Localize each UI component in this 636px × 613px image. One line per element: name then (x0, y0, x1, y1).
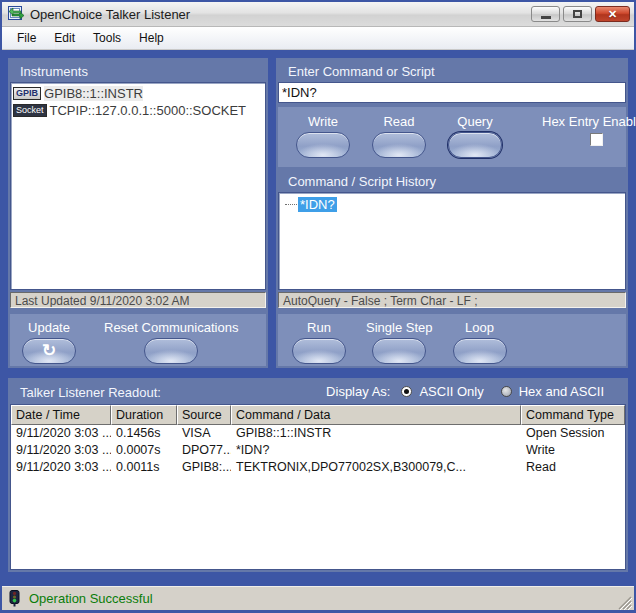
single-step-label: Single Step (366, 320, 433, 335)
command-panel: Enter Command or Script Write Read Query… (276, 58, 628, 368)
history-selected-item: *IDN? (298, 197, 337, 212)
query-label: Query (457, 114, 492, 129)
run-button[interactable] (292, 338, 346, 364)
close-icon: ✕ (608, 9, 617, 20)
update-button[interactable]: ↻ (22, 338, 76, 364)
command-input[interactable] (278, 82, 626, 103)
run-button-strip: Run Single Step Loop (278, 314, 626, 366)
single-step-button[interactable] (372, 338, 426, 364)
column-header-command-type[interactable]: Command Type (521, 405, 625, 425)
status-message: Operation Successful (29, 591, 618, 606)
hex-and-ascii-radio[interactable] (501, 386, 512, 397)
status-bar: Operation Successful (2, 586, 634, 610)
read-button[interactable] (372, 132, 426, 158)
cell-command-type: Read (521, 459, 625, 476)
command-entry-title: Enter Command or Script (276, 58, 628, 83)
last-updated-bar: Last Updated 9/11/2020 3:02 AM (10, 292, 266, 308)
maximize-button[interactable] (563, 6, 592, 22)
history-title: Command / Script History (276, 168, 436, 193)
cell-command-type: Write (521, 442, 625, 459)
hex-entry-checkbox[interactable] (590, 133, 603, 146)
readout-panel: Talker Listener Readout: Display As: ASC… (8, 378, 628, 572)
tree-connector (285, 204, 297, 205)
column-header-command-data[interactable]: Command / Data (231, 405, 521, 425)
history-tree: *IDN? (278, 192, 626, 290)
cell-command-data: *IDN? (231, 442, 521, 459)
reset-communications-label: Reset Communications (104, 320, 238, 335)
ascii-only-radio[interactable] (401, 386, 412, 397)
cell-duration: 0.0011s (111, 459, 177, 476)
refresh-icon: ↻ (42, 342, 56, 359)
autoquery-status-bar: AutoQuery - False ; Term Char - LF ; (278, 292, 626, 308)
history-tree-item[interactable]: *IDN? (285, 196, 625, 212)
instrument-item-gpib[interactable]: GPIB GPIB8::1::INSTR (13, 85, 265, 102)
write-button[interactable] (296, 132, 350, 158)
app-icon (8, 6, 25, 22)
write-label: Write (308, 114, 338, 129)
reset-communications-button[interactable] (144, 338, 198, 364)
instrument-address: TCPIP::127.0.0.1::5000::SOCKET (50, 103, 247, 118)
instruments-list: GPIB GPIB8::1::INSTR Socket TCPIP::127.0… (10, 82, 266, 290)
readout-table: Date / Time Duration Source Command / Da… (10, 404, 626, 570)
cell-date-time: 9/11/2020 3:03 ... (11, 459, 111, 476)
update-label: Update (28, 320, 70, 335)
loop-label: Loop (465, 320, 494, 335)
readout-title: Talker Listener Readout: (8, 379, 161, 404)
column-header-duration[interactable]: Duration (111, 405, 177, 425)
readout-table-header: Date / Time Duration Source Command / Da… (11, 405, 625, 425)
display-as-label: Display As: (326, 384, 390, 399)
cell-source: VISA (177, 425, 231, 442)
cell-date-time: 9/11/2020 3:03 ... (11, 425, 111, 442)
gpib-badge-icon: GPIB (13, 87, 41, 100)
loop-button[interactable] (453, 338, 507, 364)
menu-item-file[interactable]: File (8, 28, 45, 48)
cell-date-time: 9/11/2020 3:03 ... (11, 442, 111, 459)
socket-badge-icon: Socket (13, 104, 47, 117)
read-label: Read (383, 114, 414, 129)
run-label: Run (307, 320, 331, 335)
close-button[interactable]: ✕ (595, 6, 630, 22)
table-row[interactable]: 9/11/2020 3:03 ... 0.0011s GPIB8:... TEK… (11, 459, 625, 476)
menu-item-help[interactable]: Help (130, 28, 173, 48)
client-area: Instruments GPIB GPIB8::1::INSTR Socket … (2, 50, 634, 586)
maximize-icon (573, 10, 582, 18)
column-header-source[interactable]: Source (177, 405, 231, 425)
instruments-title: Instruments (8, 58, 268, 83)
title-bar: OpenChoice Talker Listener ✕ (2, 2, 634, 27)
minimize-button[interactable] (531, 6, 560, 22)
instrument-address: GPIB8::1::INSTR (44, 86, 143, 101)
minimize-icon (541, 16, 551, 19)
menu-item-tools[interactable]: Tools (84, 28, 130, 48)
instruments-button-strip: Update ↻ Reset Communications (10, 314, 266, 366)
instrument-item-socket[interactable]: Socket TCPIP::127.0.0.1::5000::SOCKET (13, 102, 265, 119)
cell-duration: 0.1456s (111, 425, 177, 442)
app-window: OpenChoice Talker Listener ✕ File Edit T… (0, 0, 636, 613)
traffic-light-icon (8, 590, 21, 607)
column-header-date-time[interactable]: Date / Time (11, 405, 111, 425)
window-title: OpenChoice Talker Listener (30, 7, 531, 22)
hex-and-ascii-label: Hex and ASCII (519, 384, 604, 399)
menu-item-edit[interactable]: Edit (45, 28, 84, 48)
cell-duration: 0.0007s (111, 442, 177, 459)
cell-source: GPIB8:... (177, 459, 231, 476)
table-row[interactable]: 9/11/2020 3:03 ... 0.0007s DPO77... *IDN… (11, 442, 625, 459)
readout-header: Talker Listener Readout: Display As: ASC… (8, 378, 628, 404)
display-as-group: Display As: ASCII Only Hex and ASCII (326, 384, 628, 399)
command-button-strip: Write Read Query Hex Entry Enabled (278, 107, 626, 167)
query-button[interactable] (448, 132, 502, 158)
table-row[interactable]: 9/11/2020 3:03 ... 0.1456s VISA GPIB8::1… (11, 425, 625, 442)
ascii-only-label: ASCII Only (419, 384, 483, 399)
cell-command-data: GPIB8::1::INSTR (231, 425, 521, 442)
cell-command-type: Open Session (521, 425, 625, 442)
resize-grip[interactable] (618, 596, 632, 610)
instruments-panel: Instruments GPIB GPIB8::1::INSTR Socket … (8, 58, 268, 368)
menu-bar: File Edit Tools Help (2, 27, 634, 50)
cell-command-data: TEKTRONIX,DPO77002SX,B300079,C... (231, 459, 521, 476)
cell-source: DPO77... (177, 442, 231, 459)
hex-entry-label: Hex Entry Enabled (542, 114, 636, 129)
